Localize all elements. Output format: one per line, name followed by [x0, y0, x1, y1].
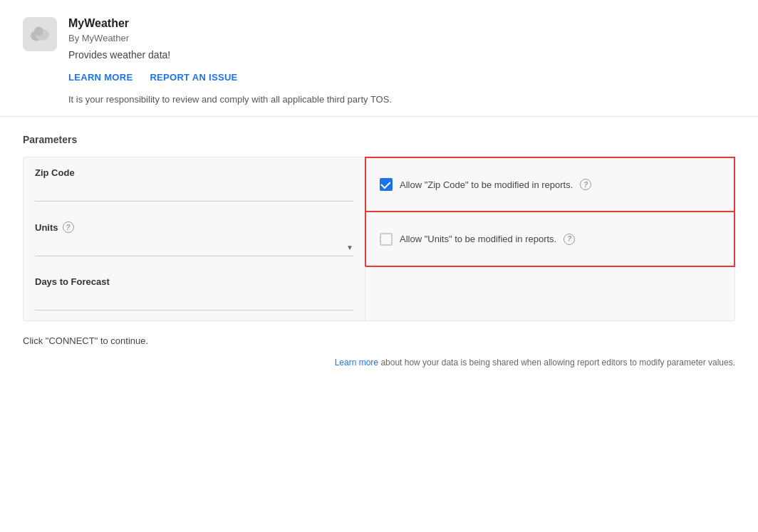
units-row: Units ? Imperial Metric ▼ Allow "Units" … — [23, 212, 735, 266]
units-dropdown-wrapper: Imperial Metric ▼ — [35, 239, 353, 256]
tos-notice: It is your responsibility to review and … — [68, 85, 392, 105]
days-forecast-row: Days to Forecast — [23, 266, 735, 321]
units-allow-modify: Allow "Units" to be modified in reports.… — [365, 212, 734, 266]
app-icon — [23, 17, 57, 51]
footer-hint: Click "CONNECT" to continue. — [0, 321, 758, 352]
parameters-rebuilt: Zip Code Allow "Zip Code" to be modified… — [0, 157, 758, 321]
learn-more-link[interactable]: LEARN MORE — [68, 72, 133, 83]
days-forecast-input[interactable] — [35, 293, 353, 311]
units-dropdown-arrow: ▼ — [346, 244, 353, 251]
units-param-left: Units ? Imperial Metric ▼ — [24, 212, 365, 266]
zip-code-allow-modify-control: Allow "Zip Code" to be modified in repor… — [380, 178, 591, 191]
section-divider — [0, 116, 758, 117]
app-info: MyWeather By MyWeather Provides weather … — [68, 17, 392, 105]
app-name: MyWeather — [68, 17, 392, 30]
cloud-icon — [28, 23, 51, 46]
units-allow-help-icon[interactable]: ? — [564, 234, 575, 245]
footer-learn: Learn more about how your data is being … — [0, 352, 758, 385]
zip-code-help-icon[interactable]: ? — [580, 179, 591, 190]
zip-code-allow-label: Allow "Zip Code" to be modified in repor… — [400, 179, 573, 190]
report-issue-link[interactable]: REPORT AN ISSUE — [150, 72, 237, 83]
svg-point-2 — [34, 27, 43, 36]
app-header: MyWeather By MyWeather Provides weather … — [0, 0, 758, 116]
footer-learn-suffix: about how your data is being shared when… — [378, 358, 735, 367]
days-forecast-right — [365, 266, 734, 320]
parameters-title: Parameters — [0, 134, 758, 157]
zip-code-input[interactable] — [35, 184, 353, 202]
app-links: LEARN MORE REPORT AN ISSUE — [68, 72, 392, 83]
units-allow-modify-control: Allow "Units" to be modified in reports.… — [380, 233, 575, 246]
zip-code-checkbox[interactable] — [380, 178, 393, 191]
units-dropdown[interactable]: Imperial Metric — [35, 241, 343, 253]
app-description: Provides weather data! — [68, 46, 392, 69]
units-checkbox[interactable] — [380, 233, 393, 246]
zip-code-label: Zip Code — [35, 167, 353, 178]
app-author: By MyWeather — [68, 33, 392, 43]
zip-code-row: Zip Code Allow "Zip Code" to be modified… — [23, 157, 735, 212]
units-allow-label: Allow "Units" to be modified in reports. — [400, 234, 556, 244]
zip-code-allow-modify: Allow "Zip Code" to be modified in repor… — [365, 157, 734, 212]
days-forecast-param-left: Days to Forecast — [24, 266, 365, 320]
units-label: Units ? — [35, 221, 353, 233]
zip-code-param-left: Zip Code — [24, 157, 365, 212]
footer-learn-more-link[interactable]: Learn more — [335, 358, 378, 367]
units-help-icon[interactable]: ? — [63, 221, 74, 233]
days-forecast-label: Days to Forecast — [35, 276, 353, 287]
